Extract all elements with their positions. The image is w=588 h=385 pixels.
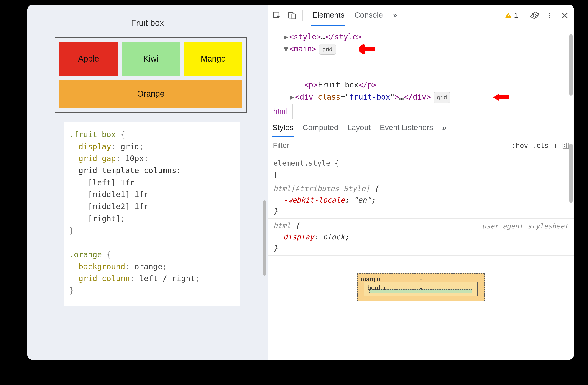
dom-tree[interactable]: ▶<style>…</style> ▼<main>grid <p>Fruit b… [268,26,574,104]
dom-node-main[interactable]: ▼<main>grid [284,43,569,79]
app-window: Fruit box Apple Kiwi Mango Orange .fruit… [27,4,574,360]
rule-selector: html[Attributes Style] [273,184,370,193]
grid-badge[interactable]: grid [434,92,450,103]
sidebar-toggle-icon[interactable] [562,142,570,150]
box-model-diagram: margin - border - [268,256,574,301]
dom-node-style[interactable]: ▶<style>…</style> [284,31,569,43]
main-tabs: Elements Console » [307,4,398,26]
svg-rect-3 [508,14,509,16]
styles-filter-row: :hov .cls + [268,137,574,154]
rule-selector: element.style [273,159,330,168]
svg-point-7 [549,17,550,18]
declaration-value: block [323,233,345,241]
fruit-apple: Apple [60,42,118,76]
svg-rect-10 [563,143,569,148]
dom-node-p[interactable]: <p>Fruit box</p> [284,79,569,91]
page-scrollbar[interactable] [263,16,266,330]
annotation-arrow-icon [493,92,509,103]
styles-filter-input[interactable] [268,137,504,154]
close-devtools-icon[interactable] [558,9,571,22]
kebab-menu-icon[interactable] [543,9,556,22]
styles-subtabs: Styles Computed Layout Event Listeners » [268,119,574,137]
subtab-event-listeners[interactable]: Event Listeners [380,119,433,137]
svg-rect-9 [498,95,509,99]
toolbar-divider [302,10,303,21]
styles-scrollbar-thumb[interactable] [569,144,572,203]
declaration-value: "en" [354,196,371,204]
svg-point-6 [549,15,550,16]
css-code-block: .fruit-box { display: grid; grid-gap: 10… [64,122,240,306]
svg-rect-2 [292,14,295,19]
fruit-mango: Mango [184,42,242,76]
breadcrumb-html[interactable]: html [268,104,293,119]
styles-scrollbar[interactable] [569,137,572,342]
subtab-layout[interactable]: Layout [347,119,371,137]
hov-toggle[interactable]: :hov [512,141,528,150]
tab-console[interactable]: Console [354,4,384,26]
device-toolbar-icon[interactable] [286,9,298,22]
grid-badge[interactable]: grid [319,44,336,55]
box-model-border-top: - [420,284,422,292]
subtabs-overflow[interactable]: » [442,119,447,137]
page-scrollbar-thumb[interactable] [263,200,266,276]
box-model-border-label: border [368,284,386,292]
breadcrumb-bar: html [268,104,574,119]
dom-node-div-fruitbox[interactable]: ▶<div class="fruit-box">…</div>grid [284,91,569,104]
devtools-toolbar: Elements Console » 1 [268,4,574,26]
devtools-panel: Elements Console » 1 ▶<style>…</style> [268,4,574,360]
rule-user-agent[interactable]: user agent stylesheet html { display: bl… [268,219,574,256]
warning-badge[interactable]: 1 [504,11,518,20]
inspect-element-icon[interactable] [271,9,283,22]
svg-point-5 [549,13,550,14]
styles-rules-list: element.style { } html[Attributes Style]… [268,154,574,301]
warning-count: 1 [514,11,518,20]
rendered-page-pane: Fruit box Apple Kiwi Mango Orange .fruit… [27,4,268,360]
settings-gear-icon[interactable] [528,9,541,22]
rule-origin: user agent stylesheet [482,221,568,232]
box-model-border[interactable]: border - [364,282,478,296]
svg-rect-8 [363,47,375,51]
fruit-kiwi: Kiwi [122,42,180,76]
filter-divider [505,137,506,154]
rule-element-style[interactable]: element.style { } [268,156,574,182]
main-tabs-overflow[interactable]: » [392,4,398,26]
box-model-margin[interactable]: margin - border - [357,273,485,301]
page-title: Fruit box [34,18,261,28]
annotation-arrow-icon [359,43,375,55]
dom-scrollbar-thumb[interactable] [569,34,572,96]
fruit-box-grid: Apple Kiwi Mango Orange [55,37,247,112]
declaration-property: display [283,233,314,241]
new-rule-plus-icon[interactable]: + [553,141,558,150]
subtab-computed[interactable]: Computed [303,119,338,137]
tab-elements[interactable]: Elements [311,4,345,26]
declaration-property: -webkit-locale [283,196,345,204]
toolbar-divider [524,10,524,21]
rule-attr-style[interactable]: html[Attributes Style] { -webkit-locale:… [268,182,574,219]
dom-scrollbar[interactable] [569,34,572,103]
fruit-orange: Orange [60,80,242,108]
cls-toggle[interactable]: .cls [532,141,549,150]
svg-rect-4 [508,16,509,17]
subtab-styles[interactable]: Styles [272,119,294,137]
rule-selector: html [273,221,291,230]
